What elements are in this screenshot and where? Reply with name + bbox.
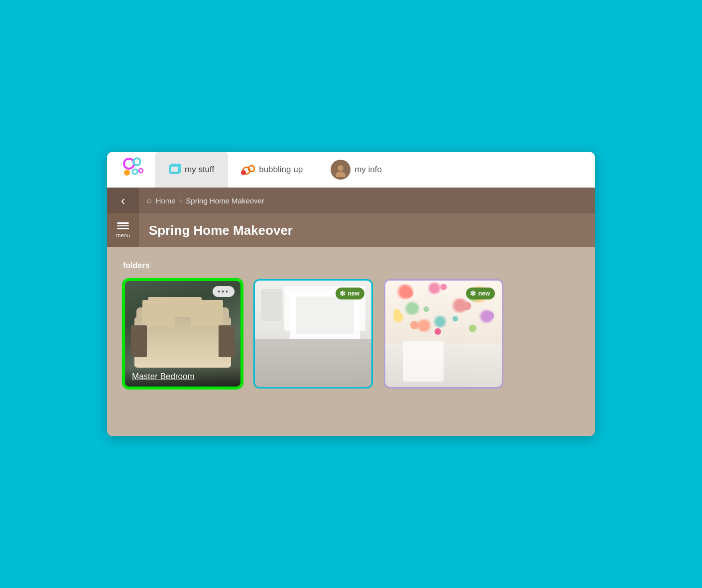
tab-bubbling-up[interactable]: bubbling up <box>228 152 317 188</box>
svg-point-0 <box>124 159 134 169</box>
tab-my-stuff[interactable]: my stuff <box>155 152 228 188</box>
badge-star-bathroom: ✼ <box>470 290 476 297</box>
folders-label: folders <box>123 261 579 270</box>
svg-point-10 <box>338 165 344 171</box>
tab-my-stuff-label: my stuff <box>185 165 214 175</box>
logo-area <box>115 157 155 183</box>
app-window: my stuff bubbling up <box>107 152 595 436</box>
folder-overlay-bedroom: Master Bedroom <box>125 367 240 387</box>
notification-dot <box>241 170 246 175</box>
title-bar: menu Spring Home Makeover <box>107 213 595 247</box>
bubbling-up-icon <box>242 162 255 178</box>
folder-card-kitchen[interactable]: ✼ new Kitchen <box>253 279 373 389</box>
back-icon: ‹ <box>121 193 125 208</box>
breadcrumb: ⌂ Home › Spring Home Makeover <box>139 196 264 205</box>
more-options-dots[interactable]: ••• <box>213 286 234 297</box>
nav-tabs: my stuff bubbling up <box>155 152 595 188</box>
my-stuff-icon <box>169 163 181 177</box>
folders-grid: ••• ✼ new Master Bedroom ✼ <box>123 279 579 389</box>
breadcrumb-bar: ‹ ⌂ Home › Spring Home Makeover <box>107 188 595 213</box>
menu-label: menu <box>116 232 130 238</box>
page-title: Spring Home Makeover <box>139 223 293 238</box>
badge-label-kitchen: new <box>348 290 359 297</box>
menu-line-2 <box>117 225 129 227</box>
back-button[interactable]: ‹ <box>107 188 139 213</box>
svg-point-11 <box>336 172 346 177</box>
main-content: folders ••• ✼ new Mas <box>107 247 595 436</box>
folder-card-bathroom[interactable]: ✼ new Bathroom <box>384 279 503 389</box>
svg-point-3 <box>132 169 137 174</box>
menu-line-3 <box>117 228 129 229</box>
breadcrumb-current: Spring Home Makeover <box>186 196 264 205</box>
tab-bubbling-up-label: bubbling up <box>259 165 303 175</box>
new-badge-kitchen: ✼ new <box>336 288 364 299</box>
badge-star-kitchen: ✼ <box>340 290 346 297</box>
new-badge-bathroom: ✼ new <box>466 288 495 299</box>
breadcrumb-home[interactable]: Home <box>156 196 176 205</box>
menu-button[interactable]: menu <box>107 213 139 247</box>
badge-label-bathroom: new <box>478 290 490 297</box>
svg-point-4 <box>139 169 143 173</box>
folder-card-master-bedroom[interactable]: ••• ✼ new Master Bedroom <box>123 279 242 389</box>
tab-my-info-label: my info <box>354 165 382 175</box>
breadcrumb-separator: › <box>180 196 182 204</box>
menu-line-1 <box>117 222 129 224</box>
svg-point-2 <box>124 170 130 176</box>
app-logo <box>122 157 148 183</box>
home-icon: ⌂ <box>147 196 152 205</box>
avatar <box>331 160 351 180</box>
tab-my-info[interactable]: my info <box>317 152 396 188</box>
folder-name-bedroom: Master Bedroom <box>132 372 195 381</box>
top-nav: my stuff bubbling up <box>107 152 595 188</box>
